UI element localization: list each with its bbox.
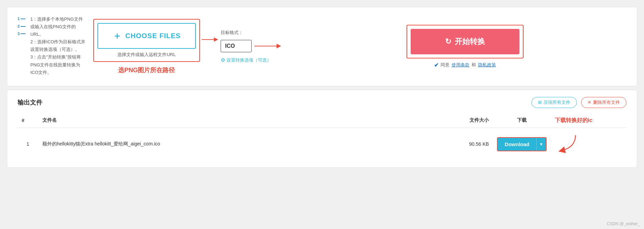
col-filename: 文件名 (38, 113, 441, 128)
arrow-right (200, 34, 221, 45)
csdn-watermark: CSDN @_esther_ (607, 221, 640, 226)
format-input-row (221, 40, 296, 52)
format-settings[interactable]: ⚙ 设置转换选项（可选） (221, 57, 296, 63)
cell-annotation-arrow (551, 128, 626, 161)
terms-link[interactable]: 使用条款 (452, 62, 469, 68)
download-button[interactable]: Download (498, 138, 536, 151)
output-title: 输出文件 (18, 98, 42, 107)
col-download: 下载 (493, 113, 551, 128)
table-row: 1 额外的hellokitty猫(Extra hellokitt_爱给网_aig… (18, 128, 626, 161)
instructions-text: 1：选择多个本地PNG文件或输入在线PNG文件的URL。 2：选择ICO作为目标… (30, 15, 86, 76)
convert-button[interactable]: ↻ 开始转换 (411, 29, 519, 54)
output-actions: ⊞ 压缩所有文件 ✕ 删除所有文件 (531, 97, 626, 108)
delete-label: 删除所有文件 (593, 99, 620, 106)
output-header: 输出文件 ⊞ 压缩所有文件 ✕ 删除所有文件 (18, 97, 626, 108)
format-settings-label: 设置转换选项（可选） (226, 57, 271, 63)
download-dropdown-button[interactable]: ▾ (536, 138, 546, 151)
privacy-link[interactable]: 隐私政策 (478, 62, 496, 68)
and-text: 和 (472, 62, 476, 68)
choose-files-label: CHOOSE FILES (125, 32, 181, 40)
annotation-download-label: 下载转换好的ic (555, 117, 592, 123)
convert-area: ↻ 开始转换 ✔ 同意 使用条款 和 隐私政策 (296, 25, 626, 68)
refresh-icon: ↻ (445, 37, 451, 46)
col-annotation-header: 下载转换好的ic (551, 113, 626, 128)
download-group: Download ▾ (497, 137, 547, 151)
choose-files-area: ＋ CHOOSE FILES 选择文件或输入远程文件URL 选PNG图片所在路径 (93, 19, 200, 74)
arrow-right-svg (202, 34, 219, 45)
agree-row: ✔ 同意 使用条款 和 隐私政策 (434, 62, 496, 68)
top-section: 1 2 3 1：选择多个本地PNG文件或输入在线PNG文件的URL。 2：选择I… (7, 7, 637, 86)
format-input[interactable] (221, 40, 252, 52)
num-list-icon: 1 2 3 (18, 15, 25, 37)
cell-filename: 额外的hellokitty猫(Extra hellokitt_爱给网_aigei… (38, 128, 441, 161)
delete-all-button[interactable]: ✕ 删除所有文件 (581, 97, 626, 108)
choose-files-sublabel: 选择文件或输入远程文件URL (97, 52, 196, 58)
bottom-section: 输出文件 ⊞ 压缩所有文件 ✕ 删除所有文件 # 文件名 文件大小 下载 下载转… (7, 90, 637, 168)
compress-icon: ⊞ (538, 100, 542, 105)
annotation-choose: 选PNG图片所在路径 (118, 66, 175, 74)
col-size: 文件大小 (441, 113, 493, 128)
choose-files-button[interactable]: ＋ CHOOSE FILES (97, 23, 196, 49)
format-label: 目标格式： (221, 30, 296, 36)
format-arrow-svg (254, 42, 282, 50)
cell-size: 90.56 KB (441, 128, 493, 161)
instructions: 1 2 3 1：选择多个本地PNG文件或输入在线PNG文件的URL。 2：选择I… (18, 15, 93, 78)
agree-text: 同意 (441, 62, 450, 68)
format-area: 目标格式： ⚙ 设置转换选项（可选） (221, 30, 296, 63)
file-table: # 文件名 文件大小 下载 下载转换好的ic 1 额外的hellokitty猫(… (18, 113, 626, 161)
col-index: # (18, 113, 38, 128)
convert-box: ↻ 开始转换 (407, 25, 524, 58)
agree-check-icon: ✔ (434, 62, 439, 68)
plus-icon: ＋ (113, 30, 122, 42)
gear-icon: ⚙ (221, 57, 225, 63)
table-header-row: # 文件名 文件大小 下载 下载转换好的ic (18, 113, 626, 128)
annotation-arrow-svg (555, 133, 582, 154)
delete-icon: ✕ (588, 100, 591, 105)
convert-btn-label: 开始转换 (455, 36, 485, 47)
compress-label: 压缩所有文件 (543, 99, 570, 106)
cell-download: Download ▾ (493, 128, 551, 161)
cell-index: 1 (18, 128, 38, 161)
compress-all-button[interactable]: ⊞ 压缩所有文件 (531, 97, 577, 108)
choose-files-box: ＋ CHOOSE FILES 选择文件或输入远程文件URL (93, 19, 200, 62)
